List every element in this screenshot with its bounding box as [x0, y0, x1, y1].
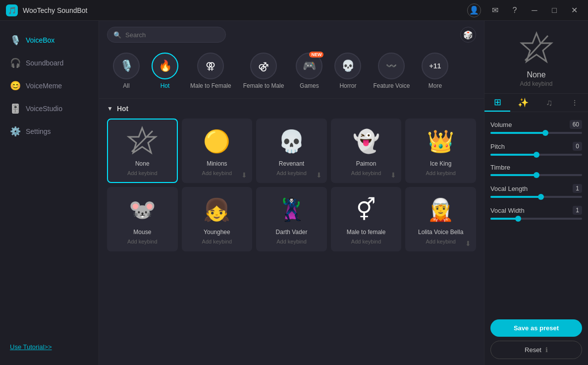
tab-equalizer[interactable]: ⫶ — [562, 94, 588, 112]
vocal-width-track[interactable] — [490, 218, 582, 220]
m2f-card-name: Male to female — [347, 229, 386, 236]
search-box[interactable]: 🔍 — [107, 27, 226, 43]
sidebar-item-settings[interactable]: ⚙️ Settings — [0, 120, 99, 143]
sidebar-label-soundboard: Soundboard — [26, 59, 63, 67]
category-games[interactable]: 🎮 NEW Games — [290, 49, 328, 94]
vocal-length-fill — [490, 196, 541, 198]
sidebar-label-voicebox: VoiceBox — [26, 36, 54, 44]
section-arrow: ▼ — [107, 105, 113, 112]
tutorial-link[interactable]: Use Tutorial>> — [10, 343, 52, 351]
sidebar-item-voicebox[interactable]: 🎙️ VoiceBox — [0, 29, 99, 52]
close-button[interactable]: ✕ — [566, 3, 582, 17]
category-more-label: More — [428, 82, 442, 90]
pitch-fill — [490, 154, 536, 156]
category-mtf-circle: ⚢ — [197, 53, 224, 79]
minions-download-icon: ⬇ — [241, 171, 247, 179]
sidebar-label-voicestudio: VoiceStudio — [26, 105, 62, 113]
category-ftm-label: Female to Male — [243, 82, 284, 90]
pitch-value: 0 — [573, 142, 582, 151]
none-star-svg — [127, 126, 158, 157]
voice-card-younghee[interactable]: 👧 Younghee Add keybind — [182, 187, 253, 251]
categories-bar: 🎙️ All 🔥 Hot ⚢ Male to Female — [107, 49, 476, 98]
lolita-card-name: Lolita Voice Bella — [418, 229, 463, 236]
section-header: ▼ Hot — [107, 105, 476, 113]
search-icon: 🔍 — [113, 31, 121, 39]
voice-card-lolita[interactable]: 🧝 Lolita Voice Bella Add keybind ⬇ — [405, 187, 476, 251]
pitch-label: Pitch — [490, 143, 505, 150]
dice-icon[interactable]: 🎲 — [460, 27, 476, 43]
voice-card-minions[interactable]: 🟡 Minions Add keybind ⬇ — [182, 119, 253, 183]
add-keybind-label[interactable]: Add keybind — [520, 80, 552, 87]
category-all[interactable]: 🎙️ All — [107, 49, 146, 94]
sidebar-label-settings: Settings — [26, 127, 51, 135]
sidebar-item-soundboard[interactable]: 🎧 Soundboard — [0, 52, 99, 74]
lolita-download-icon: ⬇ — [465, 240, 471, 247]
voice-card-m2f[interactable]: ⚥ Male to female Add keybind — [331, 187, 402, 251]
hot-icon: 🔥 — [159, 60, 172, 72]
sidebar-bottom: Use Tutorial>> — [0, 336, 99, 357]
mail-icon[interactable]: ✉ — [487, 3, 503, 17]
panel-buttons: Save as preset Reset ℹ — [484, 313, 588, 365]
category-hot-circle: 🔥 — [152, 53, 178, 79]
tab-magic[interactable]: ✨ — [510, 94, 536, 112]
all-icon: 🎙️ — [120, 60, 133, 72]
category-horror[interactable]: 💀 Horror — [328, 49, 367, 94]
minimize-button[interactable]: ─ — [527, 3, 542, 17]
timbre-track[interactable] — [490, 174, 582, 176]
voice-card-mouse[interactable]: 🐭 Mouse Add keybind — [107, 187, 178, 251]
volume-thumb — [542, 130, 548, 136]
tab-general[interactable]: ⊞ — [484, 94, 510, 112]
category-male-to-female[interactable]: ⚢ Male to Female — [184, 49, 237, 94]
microphone-icon: 🎙️ — [10, 35, 20, 46]
sliders-area: Volume 60 Pitch 0 — [484, 112, 588, 313]
darth-vader-card-keybind: Add keybind — [276, 239, 307, 244]
vocal-length-value: 1 — [573, 184, 582, 193]
category-female-to-male[interactable]: ⚣ Female to Male — [237, 49, 290, 94]
timbre-label: Timbre — [490, 164, 510, 171]
section-title: Hot — [117, 105, 128, 113]
new-badge: NEW — [309, 52, 323, 58]
voice-grid-row1: None Add keybind 🟡 Minions Add keybind ⬇… — [107, 119, 476, 183]
pitch-track[interactable] — [490, 154, 582, 156]
category-fv-label: Feature Voice — [373, 82, 410, 90]
volume-track[interactable] — [490, 132, 582, 134]
voice-card-none[interactable]: None Add keybind — [107, 119, 178, 183]
top-bar: 🔍 🎲 🎙️ All 🔥 Hot — [99, 21, 484, 98]
feature-voice-icon: 〰️ — [386, 61, 397, 71]
pitch-label-row: Pitch 0 — [490, 142, 582, 151]
lolita-card-keybind: Add keybind — [426, 239, 456, 244]
help-icon[interactable]: ? — [507, 3, 523, 17]
sidebar-item-voicestudio[interactable]: 🎚️ VoiceStudio — [0, 97, 99, 120]
sidebar-item-voicememe[interactable]: 😊 VoiceMeme — [0, 74, 99, 97]
main-layout: 🎙️ VoiceBox 🎧 Soundboard 😊 VoiceMeme 🎚️ … — [0, 21, 588, 365]
save-preset-button[interactable]: Save as preset — [490, 319, 582, 337]
voice-card-darth-vader[interactable]: 🦹 Darth Vader Add keybind — [256, 187, 327, 251]
vocal-width-label-row: Vocal Width 1 — [490, 206, 582, 215]
general-tab-icon: ⊞ — [494, 97, 501, 108]
paimon-card-keybind: Add keybind — [351, 170, 381, 176]
timbre-fill — [490, 174, 536, 176]
preset-icon — [519, 31, 554, 67]
category-feature-voice[interactable]: 〰️ Feature Voice — [367, 49, 416, 94]
category-more[interactable]: +11 More — [416, 49, 454, 94]
voice-card-paimon[interactable]: 👻 Paimon Add keybind ⬇ — [331, 119, 402, 183]
search-row: 🔍 🎲 — [107, 27, 476, 43]
lolita-card-icon: 🧝 — [425, 194, 457, 226]
app-icon: 🎵 — [6, 4, 18, 16]
profile-icon[interactable]: 👤 — [467, 3, 481, 17]
voice-card-ice-king[interactable]: 👑 Ice King Add keybind — [405, 119, 476, 183]
search-input[interactable] — [125, 31, 219, 39]
vocal-length-track[interactable] — [490, 196, 582, 198]
category-fv-circle: 〰️ — [378, 53, 405, 79]
vocal-length-thumb — [538, 194, 544, 200]
maximize-button[interactable]: □ — [546, 3, 562, 17]
reset-button[interactable]: Reset ℹ — [490, 341, 582, 359]
category-hot[interactable]: 🔥 Hot — [146, 49, 184, 94]
mtf-icon: ⚢ — [206, 60, 215, 72]
voice-card-revenant[interactable]: 💀 Revenant Add keybind ⬇ — [256, 119, 327, 183]
vocal-width-value: 1 — [573, 206, 582, 215]
tab-music[interactable]: ♫ — [536, 94, 562, 112]
minions-card-icon: 🟡 — [201, 125, 233, 157]
revenant-download-icon: ⬇ — [316, 171, 322, 179]
emoji-icon: 😊 — [10, 80, 20, 91]
